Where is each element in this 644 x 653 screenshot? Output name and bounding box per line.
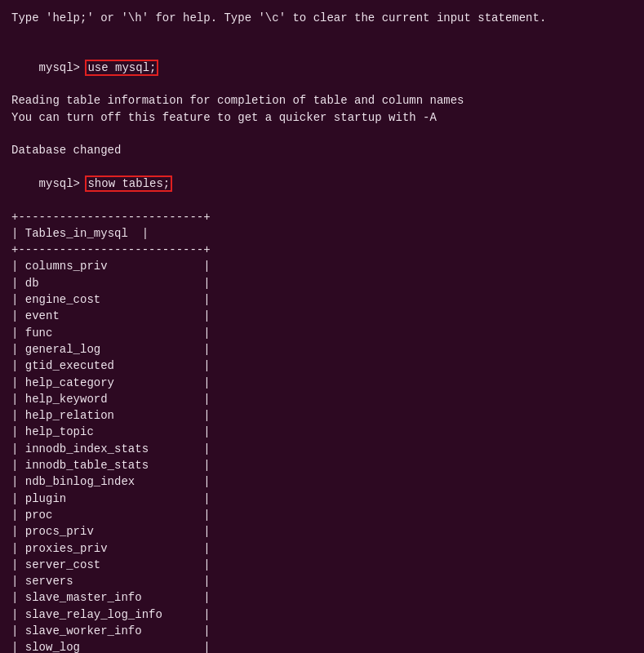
reading-line-2: You can turn off this feature to get a q…: [11, 109, 633, 126]
table-row: | gtid_executed |: [11, 358, 633, 374]
table-row: | func |: [11, 325, 633, 341]
table-row: | server_cost |: [11, 557, 633, 573]
table-row: | db |: [11, 275, 633, 291]
prompt-1: mysql>: [39, 61, 80, 74]
terminal-window: Type 'help;' or '\h' for help. Type '\c'…: [11, 10, 633, 653]
table-row: | event |: [11, 308, 633, 324]
table-row: | innodb_table_stats |: [11, 457, 633, 473]
table-header-label: Tables_in_mysql: [25, 227, 128, 240]
table-row: | columns_priv |: [11, 258, 633, 274]
table-row: | slow_log |: [11, 639, 633, 653]
table-row: | servers |: [11, 573, 633, 589]
table-row: | general_log |: [11, 341, 633, 358]
table-row: | ndb_binlog_index |: [11, 473, 633, 490]
table-rows: | columns_priv || db || engine_cost || e…: [11, 258, 633, 653]
table-row: | slave_relay_log_info |: [11, 606, 633, 623]
cmd2-text: show tables;: [87, 177, 171, 190]
table-row: | innodb_index_stats |: [11, 441, 633, 457]
prompt-2: mysql>: [39, 177, 80, 190]
table-row: | proxies_priv |: [11, 540, 633, 557]
table-row: | help_keyword |: [11, 391, 633, 407]
reading-line-1: Reading table information for completion…: [11, 92, 633, 109]
table-row: | help_category |: [11, 375, 633, 391]
table-row: | engine_cost |: [11, 291, 633, 308]
table-row: | slave_worker_info |: [11, 623, 633, 639]
db-changed: Database changed: [11, 142, 633, 158]
table-row: | proc |: [11, 507, 633, 523]
cmd1-text: use mysql;: [87, 61, 157, 74]
intro-line: Type 'help;' or '\h' for help. Type '\c'…: [11, 10, 633, 26]
table-row: | procs_priv |: [11, 523, 633, 540]
command-line-1: mysql> use mysql;: [11, 43, 633, 93]
table-row: | help_topic |: [11, 424, 633, 440]
table-header-row: | Tables_in_mysql |: [11, 225, 633, 242]
table-row: | help_relation |: [11, 407, 633, 424]
command-line-2: mysql> show tables;: [11, 159, 633, 209]
table-header-border: +---------------------------+: [11, 242, 633, 258]
table-row: | slave_master_info |: [11, 589, 633, 606]
table-row: | plugin |: [11, 491, 633, 507]
table-top-border: +---------------------------+: [11, 209, 633, 225]
